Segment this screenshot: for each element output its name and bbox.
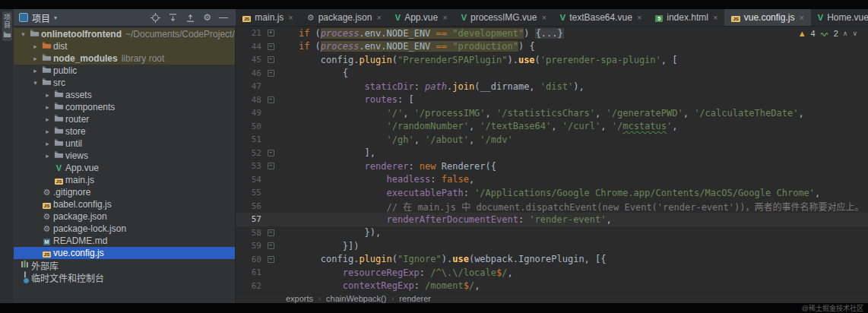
settings-icon[interactable]: ⚙ (203, 13, 211, 22)
close-icon[interactable]: × (637, 13, 641, 22)
fold-marker-icon[interactable]: − (265, 43, 277, 50)
code-line-58[interactable]: 58− }), (236, 226, 868, 240)
tree-row-store[interactable]: ▸store (14, 125, 235, 138)
code-line-52[interactable]: 52− ], (236, 147, 868, 160)
chevron-collapsed-icon[interactable]: ▸ (30, 67, 40, 74)
editor-tab-package.json[interactable]: ⚙package.json× (300, 9, 388, 26)
close-icon[interactable]: × (442, 13, 447, 22)
fold-marker-icon[interactable]: − (265, 229, 277, 236)
code-token: (__dirname, (474, 81, 540, 92)
close-icon[interactable]: × (799, 13, 803, 22)
tree-row-assets[interactable]: ▸assets (14, 89, 235, 101)
code-line-56[interactable]: 56 // 在 main.js 中 document.dispatchEvent… (236, 200, 868, 213)
chevron-up-icon[interactable]: ∧ (843, 30, 848, 37)
editor-tab-Home.vue[interactable]: VHome.vue× (811, 9, 868, 26)
editor-tab-index.html[interactable]: 5index.html× (648, 9, 724, 26)
chevron-collapsed-icon[interactable]: ▸ (30, 55, 40, 62)
code-line-59[interactable]: 59− }]) (236, 239, 868, 253)
code-line-60[interactable]: 60− config.plugin("Ignore").use(webpack.… (236, 253, 868, 267)
tree-row-node_modules[interactable]: ▸node_moduleslibrary root (14, 52, 235, 65)
fold-marker-icon[interactable]: − (265, 70, 277, 77)
fold-marker-icon[interactable]: + (265, 30, 277, 36)
code-editor[interactable]: ▲ 4 2 ∧ ∨ 21+ if (process.env.NODE_ENV =… (236, 27, 868, 292)
tree-row-.gitignore[interactable]: ⚙.gitignore (14, 186, 235, 198)
fold-marker-icon[interactable]: − (265, 150, 277, 156)
tree-row-package-lock.json[interactable]: ⚙package-lock.json (14, 223, 235, 235)
chevron-collapsed-icon[interactable]: ▸ (43, 128, 52, 135)
chevron-expanded-icon[interactable]: ▾ (18, 30, 28, 38)
gear-icon: ⚙ (43, 187, 51, 198)
code-line-49[interactable]: 49 '/', '/processIMG', '/statisticsChars… (236, 106, 868, 120)
tree-row-外部库[interactable]: 外部库 (14, 259, 235, 271)
chevron-collapsed-icon[interactable]: ▸ (43, 103, 52, 111)
code-token: , [ (661, 55, 678, 65)
code-token: routes (365, 94, 398, 105)
breadcrumb-item[interactable]: chainWebpack() (326, 294, 386, 303)
code-line-46[interactable]: 46− { (236, 67, 868, 81)
code-line-62[interactable]: 62 contextRegExp: /moment$/, (236, 280, 868, 293)
chevron-collapsed-icon[interactable]: ▸ (43, 115, 52, 123)
fold-marker-icon[interactable]: − (265, 163, 277, 169)
breadcrumb-item[interactable]: renderer (399, 294, 431, 303)
tree-row-babel.config.js[interactable]: JSbabel.config.js (14, 198, 235, 210)
close-icon[interactable]: × (288, 13, 293, 22)
inspections-widget[interactable]: ▲ 4 2 ∧ ∨ (798, 29, 857, 38)
editor-tab-processIMG.vue[interactable]: VprocessIMG.vue× (455, 9, 553, 26)
collapse-all-icon[interactable] (185, 13, 195, 23)
line-number: 44 (236, 42, 265, 52)
tree-row-main.js[interactable]: JSmain.js (14, 174, 235, 186)
code-line-48[interactable]: 48− routes: [ (236, 93, 868, 107)
tree-row-package.json[interactable]: ⚙package.json (14, 210, 235, 223)
code-line-47[interactable]: 47 staticDir: path.join(__dirname, 'dist… (236, 80, 868, 93)
chevron-down-icon[interactable]: ∨ (852, 30, 857, 37)
code-text: renderer: new Renderer({ (277, 161, 868, 172)
code-line-57[interactable]: 57 renderAfterDocumentEvent: 'render-eve… (236, 213, 868, 226)
code-line-44[interactable]: 44− if (process.env.NODE_ENV == "product… (236, 40, 868, 54)
fold-marker-icon[interactable]: − (265, 56, 277, 63)
chevron-expanded-icon[interactable]: ▾ (30, 79, 40, 87)
close-icon[interactable]: × (541, 13, 546, 22)
locate-icon[interactable] (150, 13, 160, 23)
tree-row-vue.config.js[interactable]: JSvue.config.js (14, 247, 235, 259)
editor-tab-vue.config.js[interactable]: JSvue.config.js× (724, 9, 810, 26)
tree-row-onlinetoolfrontend[interactable]: ▾onlinetoolfrontend~/Documents/CodeProje… (14, 28, 235, 40)
chevron-down-icon[interactable]: ▾ (54, 14, 57, 21)
tree-row-router[interactable]: ▸router (14, 113, 235, 125)
chevron-collapsed-icon[interactable]: ▸ (43, 152, 52, 160)
tree-item-label: package-lock.json (53, 223, 126, 234)
chevron-collapsed-icon[interactable]: ▸ (30, 43, 40, 50)
fold-marker-icon[interactable]: − (265, 256, 277, 263)
tree-row-dist[interactable]: ▸dist (14, 40, 235, 52)
editor-tab-textBase64.vue[interactable]: VtextBase64.vue× (553, 9, 649, 26)
code-line-50[interactable]: 50 '/randomNumber', '/textBase64', '/cur… (236, 120, 868, 134)
fold-marker-icon[interactable]: − (265, 96, 277, 103)
code-token: , (815, 188, 820, 198)
code-line-51[interactable]: 51 '/gh', '/about', '/mdv' (236, 133, 868, 147)
editor-tab-App.vue[interactable]: VApp.vue× (388, 9, 455, 26)
code-line-54[interactable]: 54 headless: false, (236, 173, 868, 187)
tree-row-views[interactable]: ▸views (14, 150, 235, 162)
tree-row-App.vue[interactable]: VApp.vue (14, 162, 235, 174)
breadcrumb-item[interactable]: exports (286, 294, 313, 303)
chevron-collapsed-icon[interactable]: ▸ (43, 91, 52, 99)
code-line-55[interactable]: 55 executablePath: '/Applications/Google… (236, 186, 868, 200)
close-icon[interactable]: × (713, 13, 718, 22)
code-line-21[interactable]: 21+ if (process.env.NODE_ENV == "develop… (236, 27, 868, 40)
fold-marker-icon[interactable]: − (265, 242, 277, 249)
hide-panel-icon[interactable]: — (219, 13, 228, 22)
code-line-61[interactable]: 61 resourceRegExp: /^\.\/locale$/, (236, 266, 868, 280)
expand-all-icon[interactable] (168, 13, 178, 23)
tree-row-public[interactable]: ▸public (14, 65, 235, 77)
code-line-45[interactable]: 45− config.plugin("PrerenderSPAPlugin").… (236, 53, 868, 67)
tree-row-components[interactable]: ▸components (14, 101, 235, 113)
project-stripe-button[interactable]: 项目 (2, 11, 12, 41)
tree-row-src[interactable]: ▾src (14, 77, 235, 89)
code-line-53[interactable]: 53− renderer: new Renderer({ (236, 160, 868, 173)
tree-row-临时文件和控制台[interactable]: 临时文件和控制台 (14, 271, 235, 283)
editor-tab-main.js[interactable]: JSmain.js× (236, 9, 300, 26)
tree-row-until[interactable]: ▸until (14, 138, 235, 150)
tree-row-README.md[interactable]: MREADME.md (14, 235, 235, 247)
close-icon[interactable]: × (376, 13, 381, 22)
code-token: '/gh' (387, 134, 414, 145)
chevron-collapsed-icon[interactable]: ▸ (43, 140, 52, 147)
